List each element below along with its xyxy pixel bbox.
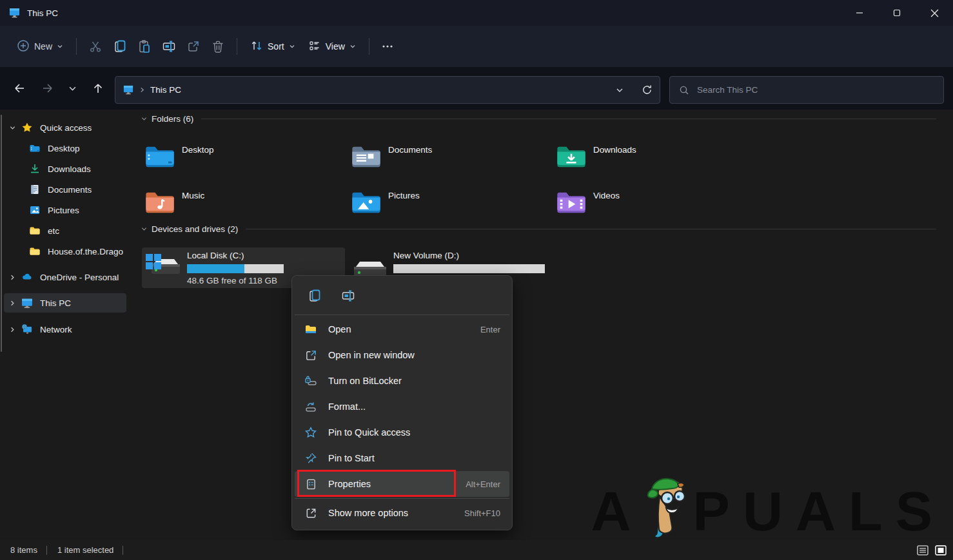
new-button-label: New [34,41,52,52]
search-box[interactable] [669,76,944,104]
pictures-folder-icon [349,186,383,219]
back-button[interactable] [8,77,31,100]
chevron-down-icon[interactable] [4,124,21,131]
drive-free-space: 48.6 GB free of 118 GB [187,276,277,285]
menu-item-format[interactable]: Format... [295,394,509,420]
chevron-down-icon[interactable] [141,226,148,233]
capacity-bar [393,264,545,273]
menu-item-pin-to-start[interactable]: Pin to Start [295,445,509,471]
menu-item-turn-on-bitlocker[interactable]: Turn on BitLocker [295,368,509,394]
cut-button[interactable] [83,34,108,59]
sidebar-item-label: Desktop [48,144,80,153]
folder-tile-label: Music [182,191,204,222]
sort-button-label: Sort [268,41,284,52]
rename-button[interactable] [157,34,181,59]
rename-button[interactable] [335,284,362,308]
sidebar-item-label: etc [48,226,59,236]
command-toolbar: New Sort View [0,26,953,68]
capacity-fill [187,264,244,273]
sidebar-item-quick-access[interactable]: Quick access [4,118,126,137]
toolbar-separator [369,38,369,55]
folder-icon [28,245,41,258]
folders-section-header[interactable]: Folders (6) [134,114,939,124]
onedrive-cloud-icon [21,271,34,284]
section-title: Folders (6) [152,114,193,124]
forward-button[interactable] [36,77,59,100]
open-folder-icon [304,323,318,336]
system-drive-icon [144,253,183,284]
view-button[interactable]: View [302,34,362,59]
menu-item-open[interactable]: Open Enter [295,316,509,342]
copy-button[interactable] [301,284,328,308]
file-explorer-window: This PC New Sort View [0,0,953,560]
recent-locations-button[interactable] [61,77,84,100]
sort-button[interactable]: Sort [244,34,302,59]
sidebar-item-label: Pictures [48,206,79,215]
sidebar-item-onedrive[interactable]: OneDrive - Personal [4,267,126,287]
menu-item-pin-to-quick-access[interactable]: Pin to Quick access [295,420,509,445]
highlight-red-box [297,470,456,497]
sidebar-item-label: OneDrive - Personal [40,273,119,282]
menu-item-open-in-new-window[interactable]: Open in new window [295,342,509,368]
section-title: Devices and drives (2) [152,224,238,234]
menu-separator [295,314,509,315]
new-button[interactable]: New [10,34,70,59]
paste-button[interactable] [132,34,157,59]
folder-tile-label: Pictures [388,191,420,222]
folder-tile-pictures[interactable]: Pictures [347,182,540,222]
close-button[interactable] [916,0,953,26]
downloads-folder-icon [555,140,588,173]
capacity-bar [187,264,284,273]
this-pc-icon [123,84,134,95]
see-more-button[interactable] [376,35,399,58]
up-button[interactable] [86,77,110,100]
desktop-icon [28,142,41,155]
maximize-button[interactable] [878,0,916,26]
sidebar-item-network[interactable]: Network [4,320,126,339]
menu-item-show-more-options[interactable]: Show more options Shift+F10 [295,500,509,526]
share-button[interactable] [181,34,206,59]
search-input[interactable] [696,84,911,95]
navigation-pane: Quick access Desktop Downloads Documents… [0,110,130,540]
menu-item-properties[interactable]: Properties Alt+Enter [295,471,509,497]
menu-item-shortcut: Shift+F10 [464,508,500,518]
menu-item-shortcut: Alt+Enter [466,479,500,489]
menu-item-shortcut: Enter [480,325,500,334]
devices-section-header[interactable]: Devices and drives (2) [134,224,939,234]
folder-tile-music[interactable]: Music [141,182,334,222]
sidebar-item-label: This PC [40,298,71,308]
picture-icon [28,204,41,217]
section-rule [246,229,936,229]
chevron-right-icon[interactable] [4,300,21,307]
view-icon [308,39,321,54]
properties-icon [304,478,318,490]
open-new-window-icon [304,349,318,362]
folder-tile-videos[interactable]: Videos [552,182,745,222]
folder-tile-documents[interactable]: Documents [347,137,540,177]
chevron-down-icon[interactable] [141,115,148,122]
address-dropdown-button[interactable] [611,81,629,99]
folder-tile-downloads[interactable]: Downloads [552,137,745,177]
context-menu-quick-actions [295,278,509,313]
chevron-right-icon[interactable] [4,326,21,333]
context-menu: Open Enter Open in new window Turn on Bi… [291,275,513,530]
minimize-button[interactable] [841,0,878,26]
menu-item-label: Open [328,324,351,334]
star-outline-icon [304,426,318,439]
items-view: Folders (6) Desktop Documents Downloads … [129,110,953,540]
this-pc-icon [9,7,21,19]
refresh-button[interactable] [638,81,656,99]
address-bar[interactable]: This PC [115,76,660,104]
sidebar-item-this-pc[interactable]: This PC [4,293,126,313]
delete-button[interactable] [206,34,230,59]
documents-folder-icon [349,140,383,173]
folder-tile-desktop[interactable]: Desktop [141,137,334,177]
sidebar-scrollbar[interactable] [1,115,2,352]
menu-item-label: Pin to Start [328,453,375,463]
pin-outline-icon [304,452,318,465]
breadcrumb[interactable]: This PC [150,85,181,95]
breadcrumb-chevron-icon [139,87,145,93]
copy-button[interactable] [108,34,132,59]
menu-item-label: Open in new window [328,350,415,360]
chevron-right-icon[interactable] [4,274,21,281]
